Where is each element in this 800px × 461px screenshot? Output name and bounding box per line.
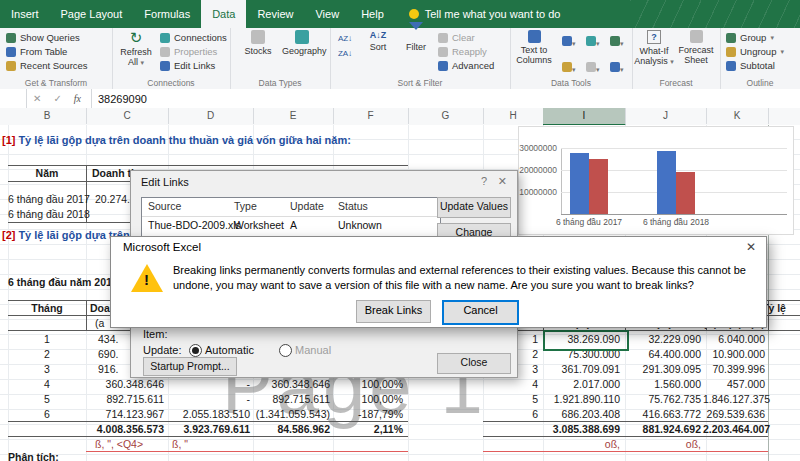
column-header-I[interactable]: I bbox=[543, 108, 626, 126]
enter-icon[interactable]: ✓ bbox=[47, 93, 67, 104]
break-links-button[interactable]: Break Links bbox=[356, 300, 431, 323]
cell[interactable]: 5 bbox=[8, 392, 86, 407]
sort-button[interactable]: A↓Z Sort bbox=[358, 30, 398, 52]
cell[interactable]: 361.709.091 bbox=[545, 362, 620, 377]
column-header-F[interactable]: F bbox=[333, 108, 409, 124]
update-values-button[interactable]: Update Values bbox=[437, 197, 511, 218]
sort-az-button[interactable]: AZ↓ bbox=[334, 32, 356, 45]
what-if-analysis-button[interactable]: ? What-If Analysis ▾ bbox=[634, 30, 674, 67]
cell[interactable]: 100,00% bbox=[335, 392, 403, 407]
tell-me-box[interactable]: Tell me what you want to do bbox=[409, 8, 561, 20]
insert-function-icon[interactable]: fx bbox=[68, 93, 87, 104]
subtotal-button[interactable]: Subtotal bbox=[726, 59, 775, 72]
edit-links-button[interactable]: Edit Links bbox=[160, 59, 215, 72]
link-row-update[interactable]: A bbox=[290, 219, 297, 231]
ungroup-button[interactable]: Ungroup ▾ bbox=[726, 45, 784, 58]
column-header-K[interactable]: K bbox=[706, 108, 769, 124]
tab-view[interactable]: View bbox=[304, 0, 350, 28]
automatic-radio[interactable] bbox=[189, 344, 202, 357]
cancel-button[interactable]: Cancel bbox=[442, 300, 519, 325]
cell[interactable]: Năm bbox=[8, 166, 86, 181]
tab-review[interactable]: Review bbox=[246, 0, 304, 28]
help-icon[interactable]: ? bbox=[481, 175, 487, 187]
cell[interactable]: 70.399.996 bbox=[703, 362, 765, 377]
cell[interactable]: 64.400.000 bbox=[627, 347, 701, 362]
analysis-label[interactable]: Phân tích: bbox=[8, 450, 59, 461]
tab-insert[interactable]: Insert bbox=[0, 0, 50, 28]
cell[interactable]: 84.586.962 bbox=[255, 422, 330, 437]
cell[interactable]: 4.008.356.573 bbox=[88, 422, 164, 437]
selected-cell-outline[interactable] bbox=[543, 330, 629, 351]
cell[interactable]: 457.000 bbox=[703, 377, 765, 392]
stocks-button[interactable]: Stocks bbox=[238, 30, 278, 56]
cell[interactable]: 2,11% bbox=[335, 422, 403, 437]
cell[interactable]: ß, " bbox=[172, 437, 188, 452]
data-validation-button[interactable]: ▾ bbox=[610, 32, 634, 50]
close-icon[interactable]: ✕ bbox=[746, 240, 756, 254]
cell[interactable]: 892.715.611 bbox=[255, 392, 330, 407]
column-header-G[interactable]: G bbox=[408, 108, 484, 124]
cell[interactable]: 6 tháng đầu 2017 bbox=[8, 192, 90, 207]
column-header-D[interactable]: D bbox=[168, 108, 254, 124]
cell[interactable]: 434. bbox=[98, 332, 118, 347]
name-box[interactable] bbox=[0, 89, 27, 108]
cell[interactable]: 360.348.646 bbox=[88, 377, 164, 392]
cell[interactable]: 75.762.735 bbox=[627, 392, 701, 407]
formula-input[interactable] bbox=[96, 92, 400, 106]
automatic-label[interactable]: Automatic bbox=[205, 344, 254, 356]
reapply-button[interactable]: Reapply bbox=[438, 45, 487, 58]
cell[interactable]: 892.715.611 bbox=[88, 392, 164, 407]
consolidate-button[interactable]: ▾ bbox=[562, 58, 586, 76]
close-button[interactable]: Close bbox=[437, 353, 511, 374]
cell[interactable]: 3.085.388.699 bbox=[545, 422, 620, 437]
cell[interactable]: 4 bbox=[485, 377, 538, 392]
cell[interactable]: 6 tháng đầu 2018 bbox=[8, 207, 90, 222]
from-table-button[interactable]: From Table bbox=[6, 45, 67, 58]
forecast-sheet-button[interactable]: Forecast Sheet bbox=[676, 30, 716, 65]
cell[interactable]: 1 bbox=[8, 332, 86, 347]
cell[interactable]: 1.921.890.110 bbox=[545, 392, 620, 407]
recent-sources-button[interactable]: Recent Sources bbox=[6, 59, 88, 72]
cell[interactable]: 10.900.000 bbox=[703, 347, 765, 362]
cell[interactable]: 360.348.646 bbox=[255, 377, 330, 392]
cell[interactable]: 2.017.000 bbox=[545, 377, 620, 392]
cell[interactable]: 2.203.464.007 bbox=[703, 422, 765, 437]
connections-button[interactable]: Connections bbox=[160, 31, 227, 44]
cell[interactable]: 269.539.636 bbox=[703, 407, 765, 422]
geography-button[interactable]: Geography bbox=[282, 30, 322, 56]
remove-duplicates-button[interactable]: ▾ bbox=[586, 32, 610, 50]
refresh-all-button[interactable]: ↻ Refresh All ▾ bbox=[116, 30, 156, 68]
heading-1[interactable]: [1] Tỷ lệ lãi gộp dựa trên doanh thu thu… bbox=[2, 133, 351, 148]
column-header-H[interactable]: H bbox=[483, 108, 544, 124]
chart[interactable]: 3000000020000000100000006 tháng đầu 2017… bbox=[518, 126, 794, 235]
cell[interactable]: 100,00% bbox=[335, 377, 403, 392]
cell[interactable]: -187,79% bbox=[335, 407, 403, 422]
flash-fill-button[interactable]: ▾ bbox=[562, 32, 586, 50]
startup-prompt-button[interactable]: Startup Prompt... bbox=[143, 357, 237, 376]
relationships-button[interactable]: ▾ bbox=[586, 58, 610, 76]
group-button[interactable]: Group ▾ bbox=[726, 31, 774, 44]
cell[interactable]: 4 bbox=[8, 377, 86, 392]
cell[interactable]: (1.341.059.543) bbox=[255, 407, 330, 422]
advanced-button[interactable]: Advanced bbox=[438, 59, 494, 72]
tab-data[interactable]: Data bbox=[201, 0, 246, 28]
tab-formulas[interactable]: Formulas bbox=[133, 0, 201, 28]
filter-button[interactable]: Filter bbox=[396, 30, 436, 52]
cell[interactable]: Tháng bbox=[8, 301, 86, 316]
column-header-J[interactable]: J bbox=[625, 108, 707, 124]
link-row-status[interactable]: Unknown bbox=[338, 219, 382, 231]
cell[interactable]: ß, ", <Q4> bbox=[95, 437, 143, 452]
column-header-E[interactable]: E bbox=[253, 108, 334, 124]
link-row-source[interactable]: Thue-BDO-2009.xls bbox=[148, 219, 241, 231]
cell[interactable]: 1.560.000 bbox=[627, 377, 701, 392]
cell[interactable]: 416.663.772 bbox=[627, 407, 701, 422]
tab-page-layout[interactable]: Page Layout bbox=[50, 0, 134, 28]
cell[interactable]: - bbox=[170, 377, 250, 392]
column-header-B[interactable]: B bbox=[8, 108, 87, 124]
cell[interactable]: 3.923.769.611 bbox=[170, 422, 250, 437]
cell[interactable]: oß, bbox=[545, 437, 620, 452]
show-queries-button[interactable]: Show Queries bbox=[6, 31, 80, 44]
cell[interactable]: 1.846.127.375 bbox=[703, 392, 765, 407]
cell[interactable]: 916. bbox=[98, 362, 118, 377]
tab-help[interactable]: Help bbox=[350, 0, 395, 28]
